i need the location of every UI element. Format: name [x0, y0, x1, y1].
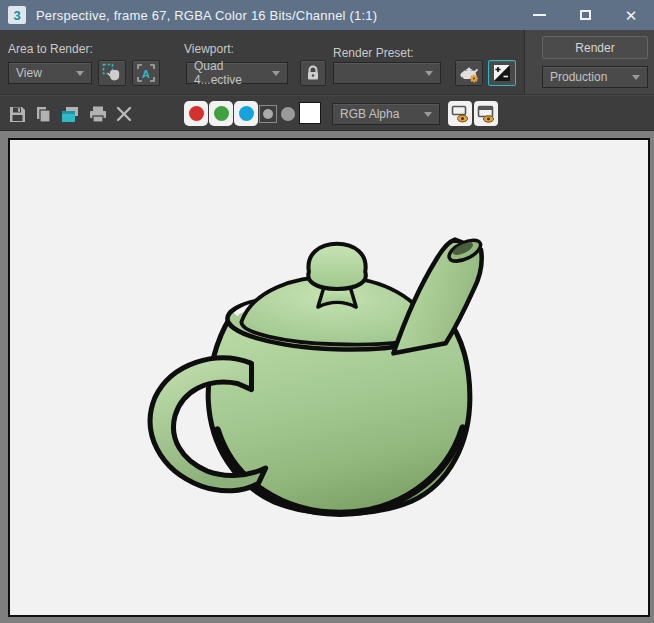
window-controls: ✕: [516, 0, 654, 30]
green-channel-icon: [214, 106, 229, 121]
teapot-spout: [393, 236, 483, 353]
exposure-control-icon: [493, 64, 511, 82]
red-channel-button[interactable]: [184, 101, 208, 126]
green-channel-button[interactable]: [209, 101, 233, 126]
render-setup-button[interactable]: [455, 60, 483, 86]
monochrome-channel-button[interactable]: [259, 105, 277, 123]
blue-channel-icon: [239, 106, 254, 121]
close-icon: ✕: [625, 8, 638, 23]
render-button[interactable]: Render: [542, 36, 648, 59]
render-mode-dropdown[interactable]: Production: [542, 66, 648, 88]
toggle-ui-overlays-button[interactable]: [448, 101, 472, 126]
render-mode-value: Production: [550, 70, 607, 84]
viewport-label: Viewport:: [184, 42, 234, 56]
maximize-button[interactable]: [562, 0, 608, 30]
render-toolbar: Area to Render: View A Viewport: Quad 4.…: [0, 30, 654, 95]
chevron-down-icon: [272, 71, 280, 76]
auto-region-icon: A: [136, 63, 156, 83]
clear-x-icon: [115, 105, 133, 123]
print-icon: [88, 105, 108, 124]
edit-region-hand-icon: [102, 63, 122, 83]
chevron-down-icon: [424, 112, 432, 117]
channel-display-dropdown[interactable]: RGB Alpha: [332, 103, 440, 125]
teapot-render: [10, 140, 648, 615]
minimize-button[interactable]: [516, 0, 562, 30]
rendered-frame-window: 3 Perspective, frame 67, RGBA Color 16 B…: [0, 0, 654, 623]
svg-text:A: A: [142, 68, 150, 80]
toggle-ui-icon: [476, 104, 496, 124]
chevron-down-icon: [632, 75, 640, 80]
title-bar: 3 Perspective, frame 67, RGBA Color 16 B…: [0, 0, 654, 30]
gear-icon: [470, 74, 478, 82]
maximize-icon: [580, 10, 591, 20]
alpha-channel-button[interactable]: [281, 107, 295, 121]
channel-display-value: RGB Alpha: [340, 107, 399, 121]
monochrome-channel-icon: [263, 109, 273, 119]
save-icon: [8, 105, 27, 124]
area-to-render-dropdown[interactable]: View: [8, 62, 92, 84]
copy-image-button[interactable]: [31, 101, 55, 127]
minimize-icon: [533, 14, 546, 16]
3dsmax-app-icon: 3: [8, 6, 26, 24]
lock-icon: [304, 64, 322, 82]
background-color-swatch[interactable]: [299, 102, 321, 124]
area-to-render-label: Area to Render:: [8, 42, 93, 56]
window-title: Perspective, frame 67, RGBA Color 16 Bit…: [36, 8, 377, 23]
area-to-render-value: View: [16, 66, 42, 80]
rendered-image-canvas: [8, 138, 650, 617]
edit-region-button[interactable]: [98, 60, 126, 86]
copy-icon: [34, 105, 53, 124]
auto-region-button[interactable]: A: [132, 60, 160, 86]
save-image-button[interactable]: [5, 101, 29, 127]
render-preset-label: Render Preset:: [333, 46, 414, 60]
blue-channel-button[interactable]: [234, 101, 258, 126]
viewport-dropdown[interactable]: Quad 4...ective: [186, 62, 288, 84]
display-toolbar: RGB Alpha: [0, 95, 654, 131]
clear-image-button[interactable]: [112, 101, 136, 127]
viewport-lock-button[interactable]: [300, 60, 326, 86]
toggle-ui-button[interactable]: [474, 101, 498, 126]
clone-window-icon: [60, 105, 80, 124]
render-preset-dropdown[interactable]: [333, 62, 441, 84]
toggle-ui-overlays-icon: [450, 104, 470, 124]
red-channel-icon: [189, 106, 204, 121]
clone-rendered-frame-button[interactable]: [58, 101, 82, 127]
viewport-value: Quad 4...ective: [194, 59, 272, 87]
print-image-button[interactable]: [86, 101, 110, 127]
exposure-control-button[interactable]: [488, 60, 516, 86]
render-setup-teapot-icon: [458, 62, 480, 84]
close-button[interactable]: ✕: [608, 0, 654, 30]
chevron-down-icon: [76, 71, 84, 76]
chevron-down-icon: [425, 71, 433, 76]
image-frame-area: [0, 131, 654, 623]
